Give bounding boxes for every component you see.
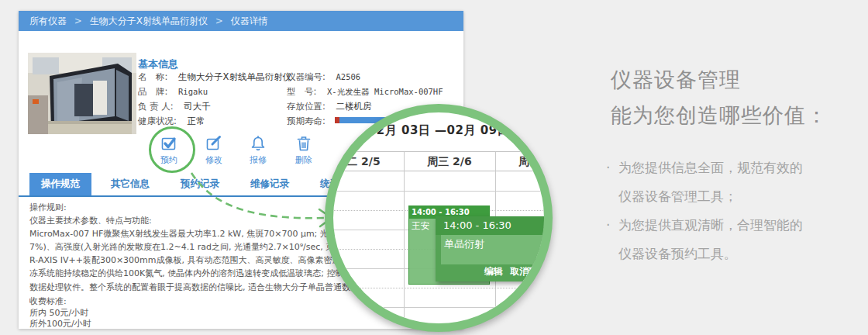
reserve-highlight-ring	[149, 126, 195, 173]
calendar-magnifier: 02月 03日 —02月 09日 周二 2/5 周三 2/6 周四 2/7	[325, 104, 553, 332]
basic-info-heading: 基本信息	[138, 57, 178, 71]
popup-time: 14:00 - 16:30	[436, 216, 549, 235]
modify-button[interactable]: 修改	[195, 135, 232, 166]
field-location: 存放位置: 二楼机房	[287, 101, 372, 112]
field-serial-label: 仪器编号:	[287, 71, 326, 83]
popup-title: 单晶衍射	[441, 235, 549, 264]
bell-icon	[250, 135, 267, 152]
field-model: 型 号: X-光发生器 MicroMax-007HF	[287, 86, 443, 98]
field-health-label: 健康状况:	[138, 116, 177, 127]
field-serial-value: A2506	[336, 72, 361, 81]
bullet-dot: ·	[606, 154, 618, 211]
field-lifetime: 预期寿命:	[287, 116, 326, 127]
fee-line: 收费标准:	[29, 296, 91, 308]
field-serial: 仪器编号: A2506	[287, 71, 360, 83]
calendar-day-thursday[interactable]: 周四 2/7	[495, 152, 553, 171]
grid-hline	[325, 191, 553, 192]
bullet1-line1: 为您提供信息全面，规范有效的	[618, 154, 803, 182]
delete-button[interactable]: 删除	[285, 135, 322, 166]
bullet-dot: ·	[606, 211, 618, 268]
field-brand-label: 品 牌:	[138, 86, 167, 98]
field-health: 健康状况: 正常	[138, 116, 205, 127]
fee-line: 所外100元/小时	[29, 319, 91, 329]
tab-reservation-records[interactable]: 预约记录	[169, 173, 231, 195]
promo-bullet-1: · 为您提供信息全面，规范有效的 仪器设备管理工具；	[606, 154, 866, 211]
promo-heading-line2: 能为您创造哪些价值：	[611, 98, 828, 133]
lifetime-used-segment	[335, 117, 339, 123]
bullet1-line2: 仪器设备管理工具；	[618, 182, 803, 211]
field-name-label: 名 称:	[138, 71, 167, 83]
repair-button-label: 报修	[239, 154, 277, 166]
field-brand: 品 牌: Rigaku	[138, 86, 208, 98]
bullet2-line1: 为您提供直观清晰，合理智能的	[618, 211, 803, 240]
field-model-label: 型 号:	[287, 86, 316, 98]
field-manager-label: 负 责 人:	[138, 101, 174, 112]
device-photo	[28, 53, 136, 134]
breadcrumb-detail: 仪器详情	[231, 16, 268, 26]
modify-button-label: 修改	[195, 154, 232, 166]
breadcrumb: 所有仪器 > 生物大分子X射线单晶衍射仪 > 仪器详情	[19, 11, 463, 31]
edit-pencil-icon	[205, 135, 222, 152]
promo-heading: 仪器设备管理 能为您创造哪些价值：	[611, 62, 828, 133]
field-health-value: 正常	[188, 116, 205, 126]
reservation-popup: 14:00 - 16:30 单晶衍射 编辑 取消预约	[436, 216, 549, 281]
trash-icon	[295, 135, 312, 152]
grid-hline	[325, 288, 553, 288]
popup-actions: 编辑 取消预约	[436, 265, 549, 278]
promo-heading-line1: 仪器设备管理	[611, 62, 828, 98]
tab-repair-records[interactable]: 维修记录	[239, 173, 301, 195]
field-brand-value: Rigaku	[178, 87, 208, 96]
calendar-day-wednesday[interactable]: 周三 2/6	[404, 152, 495, 171]
repair-button[interactable]: 报修	[239, 135, 277, 166]
grid-vline	[404, 152, 405, 326]
popup-edit-button[interactable]: 编辑	[484, 266, 503, 277]
field-name: 名 称: 生物大分子X射线单晶衍射仪	[138, 71, 291, 83]
popup-cancel-button[interactable]: 取消预约	[510, 266, 547, 277]
field-name-value: 生物大分子X射线单晶衍射仪	[178, 71, 291, 82]
calendar-view: 02月 03日 —02月 09日 周二 2/5 周三 2/6 周四 2/7	[333, 112, 544, 323]
breadcrumb-separator: >	[74, 16, 82, 26]
breadcrumb-separator: >	[215, 16, 223, 26]
field-location-label: 存放位置:	[287, 101, 326, 112]
delete-button-label: 删除	[285, 154, 322, 166]
tab-other-info[interactable]: 其它信息	[99, 173, 161, 195]
calendar-header-row: 周二 2/5 周三 2/6 周四 2/7	[325, 152, 553, 171]
field-location-value: 二楼机房	[336, 101, 372, 112]
fee-line: 所内 50元/小时	[29, 308, 91, 319]
fee-standard-text: 收费标准: 所内 50元/小时 所外100元/小时	[29, 296, 91, 329]
field-lifetime-label: 预期寿命:	[287, 116, 326, 127]
page: 所有仪器 > 生物大分子X射线单晶衍射仪 > 仪器详情 基本信息 名	[0, 0, 868, 335]
promo-bullets: · 为您提供信息全面，规范有效的 仪器设备管理工具； · 为您提供直观清晰，合理…	[606, 154, 866, 268]
field-manager: 负 责 人: 司大千	[138, 101, 211, 112]
field-model-value: X-光发生器 MicroMax-007HF	[327, 87, 443, 96]
tab-operation-spec[interactable]: 操作规范	[29, 173, 91, 195]
breadcrumb-all-instruments[interactable]: 所有仪器	[29, 16, 67, 26]
promo-bullet-2: · 为您提供直观清晰，合理智能的 仪器设备预约工具。	[606, 211, 866, 268]
breadcrumb-instrument[interactable]: 生物大分子X射线单晶衍射仪	[90, 16, 208, 26]
field-manager-value: 司大千	[184, 101, 211, 112]
bullet2-line2: 仪器设备预约工具。	[618, 240, 803, 268]
